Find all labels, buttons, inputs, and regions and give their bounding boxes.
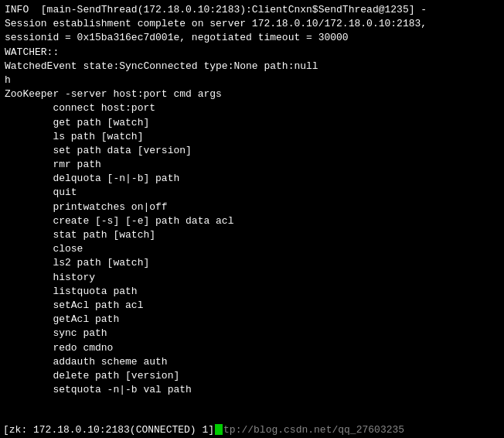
line-cmd-setquota: setquota -n|-b val path [5, 383, 499, 397]
line-cmd-close: close [5, 242, 499, 256]
line-cmd-sync: sync path [5, 327, 499, 340]
watermark-text: tp://blog.csdn.net/qq_27603235 [223, 424, 404, 436]
status-bar[interactable]: [zk: 172.18.0.10:2183(CONNECTED) 1] tp:/… [0, 421, 504, 438]
line-cmd-set: set path data [version] [5, 144, 499, 158]
terminal-content: INFO [main-SendThread(172.18.0.10:2183):… [5, 3, 499, 435]
status-prompt: [zk: 172.18.0.10:2183(CONNECTED) 1] [3, 424, 214, 436]
line-watcher: WATCHER:: [5, 46, 499, 60]
line-cmd-setacl: setAcl path acl [5, 299, 499, 313]
line-cmd-stat: stat path [watch] [5, 228, 499, 242]
terminal-window: INFO [main-SendThread(172.18.0.10:2183):… [0, 0, 504, 438]
line-info2: Session establishment complete on server… [5, 17, 499, 31]
line-cmd-listquota: listquota path [5, 285, 499, 299]
line-h: h [5, 74, 499, 87]
line-cmd-getacl: getAcl path [5, 313, 499, 327]
line-cmd-ls2: ls2 path [watch] [5, 256, 499, 270]
line-cmd-addauth: addauth scheme auth [5, 355, 499, 369]
line-cmd-connect: connect host:port [5, 101, 499, 115]
line-cmd-rmr: rmr path [5, 158, 499, 172]
line-cmd-delete: delete path [version] [5, 369, 499, 383]
line-cmd-history: history [5, 271, 499, 285]
line-cmd-delquota: delquota [-n|-b] path [5, 172, 499, 186]
line-watched: WatchedEvent state:SyncConnected type:No… [5, 60, 499, 74]
line-cmd-quit: quit [5, 186, 499, 200]
line-info3: sessionid = 0x15ba316ec7d001e, negotiate… [5, 31, 499, 45]
line-cmd-redo: redo cmdno [5, 341, 499, 355]
line-cmd-ls: ls path [watch] [5, 130, 499, 144]
line-cmd-create: create [-s] [-e] path data acl [5, 214, 499, 228]
line-cmd-printwatches: printwatches on|off [5, 200, 499, 214]
line-cmd-get: get path [watch] [5, 116, 499, 130]
cursor-block [215, 424, 223, 435]
line-info1: INFO [main-SendThread(172.18.0.10:2183):… [5, 3, 499, 17]
line-zk-server: ZooKeeper -server host:port cmd args [5, 87, 499, 101]
